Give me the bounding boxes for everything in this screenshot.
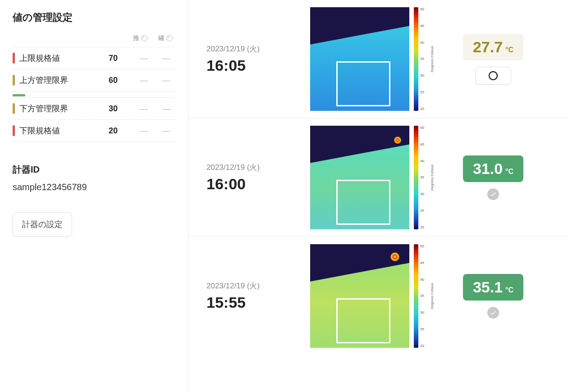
threshold-label: 下限規格値 (19, 125, 104, 136)
threshold-value: 60 (109, 76, 130, 85)
threshold-label: 上限規格値 (19, 53, 104, 64)
reading-date: 2023/12/19 (火) (206, 44, 292, 54)
threshold-row: 上方管理限界 60 — — (13, 69, 175, 91)
thermal-image-wrap: 50 45 40 35 30 25 20 Degrees Celsius (310, 7, 435, 111)
threshold-label: 上方管理限界 (19, 75, 104, 86)
color-scale-label: Degrees Celsius (430, 164, 434, 191)
thermal-image[interactable] (310, 7, 409, 111)
reading-date: 2023/12/19 (火) (206, 281, 292, 291)
reading-status (453, 188, 534, 200)
status-pending-button[interactable] (475, 67, 511, 85)
thermal-image[interactable] (310, 244, 409, 348)
sidebar: 値の管理設定 推 ? 確 ? 上限規格値 70 — — 上方管理限界 60 — … (0, 0, 188, 392)
hotspot-icon (394, 137, 401, 144)
color-scale: 50 45 40 35 30 25 20 Degrees Celsius (414, 126, 435, 229)
roi-box (336, 61, 390, 106)
color-scale-label: Degrees Celsius (430, 283, 434, 310)
threshold-color-bar (13, 103, 15, 114)
reading-entry: 2023/12/19 (火) 16:00 50 45 40 35 30 25 (188, 119, 568, 237)
temperature-value: 31.0 (473, 160, 503, 178)
reading-time: 15:55 (206, 294, 292, 311)
threshold-row: 上限規格値 70 — — (13, 47, 175, 69)
circle-icon (488, 70, 499, 81)
reading-status (453, 67, 534, 85)
normal-range-indicator (13, 94, 25, 96)
color-scale-bar (414, 244, 418, 348)
threshold-color-bar (13, 53, 15, 64)
color-scale-bar (414, 126, 418, 229)
instrument-id-value: sample123456789 (13, 182, 175, 192)
threshold-est: — (135, 126, 153, 136)
help-icon[interactable]: ? (141, 35, 147, 41)
color-scale-bar (414, 7, 418, 111)
threshold-color-bar (13, 125, 15, 136)
check-icon (490, 191, 497, 198)
threshold-row: 下方管理限界 30 — — (13, 98, 175, 120)
svg-point-0 (489, 72, 497, 80)
reading-datetime: 2023/12/19 (火) 16:00 (206, 162, 292, 193)
color-scale: 50 45 40 35 30 25 20 Degrees Celsius (414, 244, 435, 348)
instrument-settings-button[interactable]: 計器の設定 (13, 212, 72, 237)
threshold-label: 下方管理限界 (19, 103, 104, 114)
reading-value-block: 31.0 °C (453, 155, 534, 200)
color-scale-label: Degrees Celsius (430, 46, 434, 73)
threshold-value: 20 (109, 126, 130, 136)
temperature-chip: 31.0 °C (463, 155, 523, 182)
status-checked-icon[interactable] (487, 307, 499, 319)
threshold-color-bar (13, 75, 15, 86)
col-estimate: 推 ? (133, 34, 147, 42)
temperature-unit: °C (505, 286, 513, 294)
reading-entry: 2023/12/19 (火) 16:05 50 45 40 35 30 25 2… (188, 0, 568, 119)
temperature-unit: °C (505, 46, 513, 54)
instrument-id-title: 計器ID (13, 164, 175, 176)
settings-column-headers: 推 ? 確 ? (13, 34, 175, 42)
roi-box (336, 298, 390, 343)
threshold-est: — (135, 104, 153, 114)
threshold-row: 下限規格値 20 — — (13, 120, 175, 142)
temperature-unit: °C (505, 168, 513, 176)
threshold-conf: — (157, 126, 175, 136)
color-scale-ticks: 50 45 40 35 30 25 20 (420, 126, 424, 229)
threshold-conf: — (157, 54, 175, 63)
threshold-est: — (135, 54, 153, 63)
reading-value-block: 27.7 °C (453, 34, 534, 85)
color-scale-ticks: 50 45 40 35 30 25 20 (420, 244, 424, 348)
threshold-est: — (135, 76, 153, 85)
readings-list: 2023/12/19 (火) 16:05 50 45 40 35 30 25 2… (188, 0, 568, 392)
threshold-value: 70 (109, 54, 130, 63)
threshold-conf: — (157, 104, 175, 114)
reading-date: 2023/12/19 (火) (206, 162, 292, 173)
color-scale: 50 45 40 35 30 25 20 Degrees Celsius (414, 7, 435, 111)
thermal-image-wrap: 50 45 40 35 30 25 20 Degrees Celsius (310, 244, 435, 348)
temperature-chip: 35.1 °C (463, 274, 523, 301)
threshold-table-lower: 下方管理限界 30 — — 下限規格値 20 — — (13, 97, 175, 142)
threshold-table: 上限規格値 70 — — 上方管理限界 60 — — (13, 47, 175, 91)
reading-entry: 2023/12/19 (火) 15:55 50 45 40 35 30 25 (188, 237, 568, 355)
status-checked-icon[interactable] (487, 188, 499, 200)
temperature-value: 35.1 (473, 278, 503, 296)
settings-title: 値の管理設定 (13, 11, 175, 24)
roi-box (336, 180, 390, 225)
color-scale-ticks: 50 45 40 35 30 25 20 (420, 7, 424, 111)
thermal-image[interactable] (310, 126, 409, 229)
reading-time: 16:05 (206, 57, 292, 74)
reading-datetime: 2023/12/19 (火) 16:05 (206, 44, 292, 74)
temperature-chip: 27.7 °C (463, 34, 523, 60)
hotspot-icon (390, 252, 399, 261)
reading-status (453, 307, 534, 319)
reading-time: 16:00 (206, 175, 292, 193)
reading-datetime: 2023/12/19 (火) 15:55 (206, 281, 292, 311)
help-icon[interactable]: ? (166, 35, 173, 41)
thermal-image-wrap: 50 45 40 35 30 25 20 Degrees Celsius (310, 126, 435, 229)
col-confirm: 確 ? (158, 34, 173, 42)
reading-value-block: 35.1 °C (453, 274, 534, 319)
check-icon (490, 309, 497, 316)
threshold-value: 30 (109, 104, 130, 114)
temperature-value: 27.7 (473, 38, 503, 56)
threshold-conf: — (157, 76, 175, 85)
